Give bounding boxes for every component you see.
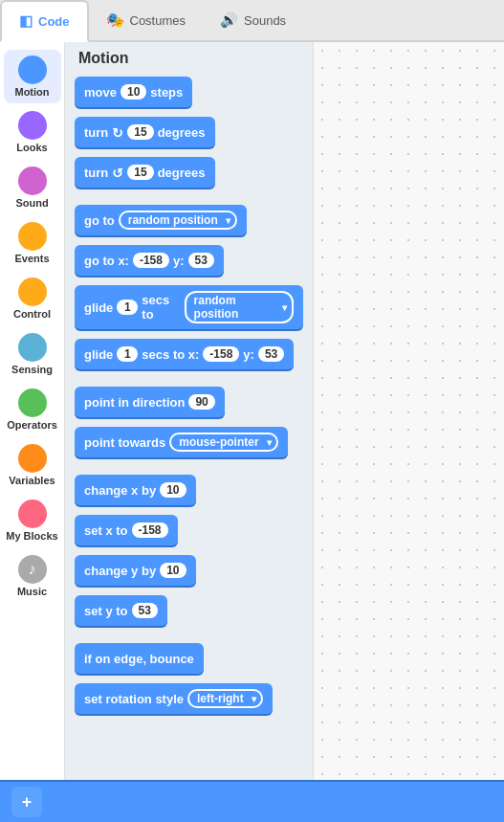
- add-icon: +: [22, 792, 33, 812]
- sounds-icon: 🔊: [220, 11, 238, 29]
- sidebar-operators-label: Operators: [7, 419, 57, 431]
- block-turn-cw-input[interactable]: 15: [127, 124, 153, 140]
- block-glide-xy-x[interactable]: -158: [203, 346, 239, 362]
- sidebar-events-label: Events: [14, 253, 49, 264]
- block-glide-pos-dropdown[interactable]: random position: [185, 291, 294, 323]
- sidebar-item-control[interactable]: Control: [4, 272, 61, 325]
- block-group-goto-xy: go to x: -158 y: 53: [75, 245, 303, 281]
- rotate-ccw-icon: [112, 165, 123, 181]
- sidebar-item-operators[interactable]: Operators: [4, 383, 61, 436]
- sidebar-item-sound[interactable]: Sound: [4, 161, 61, 214]
- sidebar-item-looks[interactable]: Looks: [4, 105, 61, 159]
- block-point-dir-input[interactable]: 90: [188, 394, 214, 410]
- tab-costumes-label: Costumes: [130, 13, 186, 28]
- block-change-y[interactable]: change y by 10: [75, 555, 196, 586]
- variables-circle: [18, 444, 47, 473]
- sidebar-motion-label: Motion: [14, 86, 49, 98]
- block-glide-pos-text2: secs to: [142, 293, 180, 322]
- sidebar-my-blocks-label: My Blocks: [6, 530, 57, 542]
- block-glide-pos-text1: glide: [84, 300, 113, 315]
- block-group-change-y: change y by 10: [75, 555, 303, 591]
- block-change-y-input[interactable]: 10: [160, 563, 186, 578]
- block-set-rotation-text: set rotation style: [84, 692, 184, 706]
- code-icon: ◧: [19, 12, 33, 30]
- block-set-x-input[interactable]: -158: [132, 522, 168, 538]
- block-move-input[interactable]: 10: [121, 84, 146, 100]
- block-group-point-dir: point in direction 90: [75, 387, 303, 423]
- block-set-rotation[interactable]: set rotation style left-right: [75, 683, 273, 714]
- block-turn-ccw-text2: degrees: [158, 166, 206, 180]
- block-set-rotation-dropdown[interactable]: left-right: [187, 689, 263, 708]
- block-set-x[interactable]: set x to -158: [75, 515, 178, 545]
- block-change-x-input[interactable]: 10: [160, 482, 186, 498]
- tab-code[interactable]: ◧ Code: [0, 0, 89, 42]
- block-turn-cw-text2: degrees: [158, 125, 206, 140]
- block-group-turn-ccw: turn 15 degrees: [75, 157, 303, 193]
- block-turn-ccw-input[interactable]: 15: [127, 165, 153, 180]
- music-circle: ♪: [18, 555, 47, 584]
- block-change-y-text: change y by: [84, 564, 156, 578]
- block-move[interactable]: move 10 steps: [75, 77, 192, 107]
- sidebar-item-motion[interactable]: Motion: [4, 50, 61, 103]
- block-turn-cw[interactable]: turn 15 degrees: [75, 117, 215, 147]
- block-glide-xy-text2: secs to x:: [142, 347, 199, 362]
- block-set-y-text: set y to: [84, 604, 128, 618]
- sidebar-item-sensing[interactable]: Sensing: [4, 327, 61, 381]
- block-glide-xy-y[interactable]: 53: [258, 346, 284, 362]
- block-group-move: move 10 steps: [75, 77, 303, 113]
- block-point-dir[interactable]: point in direction 90: [75, 387, 225, 417]
- operators-circle: [18, 389, 47, 417]
- tab-code-label: Code: [38, 14, 70, 29]
- block-goto-xy-x[interactable]: -158: [133, 253, 169, 268]
- sidebar-sensing-label: Sensing: [11, 364, 53, 375]
- sidebar-item-events[interactable]: Events: [4, 216, 61, 270]
- block-move-text2: steps: [150, 85, 183, 100]
- block-group-set-rotation: set rotation style left-right: [75, 683, 303, 720]
- block-set-y[interactable]: set y to 53: [75, 595, 167, 626]
- block-change-x-text: change x by: [84, 483, 156, 498]
- control-circle: [18, 278, 47, 306]
- block-group-set-x: set x to -158: [75, 515, 303, 551]
- block-glide-pos-input[interactable]: 1: [117, 300, 138, 315]
- block-bounce[interactable]: if on edge, bounce: [75, 643, 204, 674]
- tab-bar: ◧ Code 🎭 Costumes 🔊 Sounds: [0, 0, 504, 42]
- block-set-x-text: set x to: [84, 523, 128, 538]
- sound-circle: [18, 167, 47, 195]
- sidebar-item-music[interactable]: ♪ Music: [4, 549, 61, 603]
- block-change-x[interactable]: change x by 10: [75, 475, 196, 505]
- block-group-goto: go to random position: [75, 205, 303, 241]
- block-group-bounce: if on edge, bounce: [75, 643, 303, 679]
- tab-costumes[interactable]: 🎭 Costumes: [89, 0, 204, 40]
- block-set-y-input[interactable]: 53: [132, 603, 158, 618]
- motion-circle: [18, 56, 47, 84]
- block-glide-xy-text1: glide: [84, 347, 113, 362]
- block-goto-xy-text1: go to x:: [84, 254, 129, 268]
- block-point-towards[interactable]: point towards mouse-pointer: [75, 427, 288, 457]
- block-glide-pos[interactable]: glide 1 secs to random position: [75, 285, 303, 329]
- block-turn-ccw[interactable]: turn 15 degrees: [75, 157, 215, 188]
- sidebar-item-my-blocks[interactable]: My Blocks: [4, 494, 61, 547]
- main-area: Motion Looks Sound Events Control Sensin…: [0, 42, 504, 780]
- block-turn-ccw-text: turn: [84, 166, 108, 180]
- block-group-set-y: set y to 53: [75, 595, 303, 632]
- tab-sounds[interactable]: 🔊 Sounds: [203, 0, 303, 40]
- add-extension-button[interactable]: +: [11, 787, 42, 817]
- sidebar-control-label: Control: [13, 308, 51, 320]
- bottom-toolbar: +: [0, 780, 504, 822]
- block-glide-xy-text3: y:: [243, 347, 254, 362]
- block-glide-xy-secs[interactable]: 1: [117, 346, 138, 362]
- costumes-icon: 🎭: [106, 11, 124, 29]
- block-turn-cw-text: turn: [84, 125, 108, 140]
- blocks-panel: Motion move 10 steps turn 15 degrees tur…: [65, 42, 313, 780]
- block-goto-xy-y[interactable]: 53: [188, 253, 214, 268]
- block-goto-text: go to: [84, 213, 115, 228]
- block-point-dir-text: point in direction: [84, 395, 185, 410]
- block-goto-dropdown[interactable]: random position: [119, 211, 237, 230]
- block-goto[interactable]: go to random position: [75, 205, 247, 235]
- block-point-towards-dropdown[interactable]: mouse-pointer: [169, 433, 277, 452]
- block-glide-xy[interactable]: glide 1 secs to x: -158 y: 53: [75, 339, 294, 369]
- sidebar-item-variables[interactable]: Variables: [4, 438, 61, 492]
- block-goto-xy-text2: y:: [173, 254, 185, 268]
- block-bounce-text: if on edge, bounce: [84, 652, 194, 666]
- block-goto-xy[interactable]: go to x: -158 y: 53: [75, 245, 224, 276]
